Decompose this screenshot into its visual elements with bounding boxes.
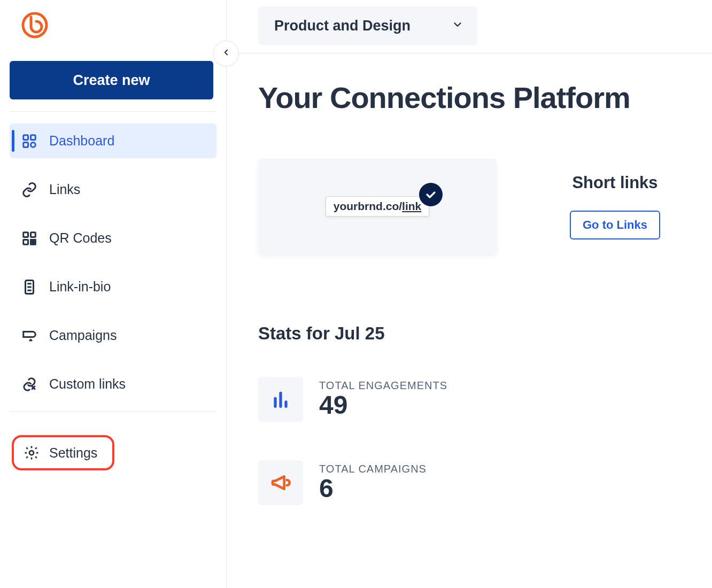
stat-label: TOTAL ENGAGEMENTS: [319, 380, 447, 392]
stat-meta: TOTAL ENGAGEMENTS 49: [319, 380, 447, 419]
svg-point-0: [23, 13, 47, 37]
svg-rect-7: [24, 239, 28, 244]
sidebar-item-label: Dashboard: [49, 133, 114, 149]
svg-rect-5: [24, 232, 28, 237]
custom-link-icon: [21, 376, 37, 392]
qr-code-icon: [21, 230, 37, 246]
chevron-left-icon: [221, 48, 231, 59]
example-link-box: yourbrnd.co/link: [326, 196, 430, 216]
sidebar-item-qr-codes[interactable]: QR Codes: [10, 221, 216, 256]
svg-rect-11: [34, 239, 36, 242]
create-new-button[interactable]: Create new: [10, 61, 213, 99]
go-to-links-button[interactable]: Go to Links: [570, 211, 660, 239]
sidebar-item-custom-links[interactable]: Custom links: [10, 367, 216, 401]
sidebar-collapse-button[interactable]: [213, 41, 239, 66]
main-content: Product and Design Your Connections Plat…: [227, 0, 712, 588]
sidebar-item-label: Link-in-bio: [49, 279, 111, 295]
divider: [10, 111, 216, 112]
link-icon: [21, 182, 37, 198]
stats-heading: Stats for Jul 25: [258, 323, 712, 344]
campaigns-icon: [21, 328, 37, 344]
svg-rect-1: [24, 135, 28, 140]
svg-point-4: [31, 142, 36, 147]
sidebar-item-links[interactable]: Links: [10, 172, 216, 207]
short-links-illustration: yourbrnd.co/link: [258, 159, 497, 254]
brand-logo: [21, 12, 48, 38]
sidebar: Create new Dashboard Links: [0, 0, 227, 588]
chevron-down-icon: [452, 19, 463, 33]
svg-rect-3: [24, 142, 28, 147]
sidebar-item-label: QR Codes: [49, 230, 112, 246]
stat-value: 49: [319, 392, 447, 419]
megaphone-icon: [258, 460, 303, 505]
link-in-bio-icon: [21, 279, 37, 295]
sidebar-item-label: Custom links: [49, 376, 126, 392]
example-link-slug: link: [402, 200, 421, 212]
example-link-domain: yourbrnd.co/: [334, 200, 402, 212]
stat-label: TOTAL CAMPAIGNS: [319, 463, 427, 475]
stat-row-campaigns: TOTAL CAMPAIGNS 6: [258, 460, 712, 505]
workspace-dropdown[interactable]: Product and Design: [258, 6, 477, 45]
sidebar-item-link-in-bio[interactable]: Link-in-bio: [10, 269, 216, 304]
page-title: Your Connections Platform: [258, 80, 712, 115]
sidebar-item-label: Links: [49, 182, 80, 197]
card-title: Short links: [572, 173, 657, 192]
checkmark-badge: [419, 183, 443, 206]
svg-rect-9: [34, 242, 36, 244]
sidebar-item-label: Campaigns: [49, 328, 117, 343]
workspace-selected-label: Product and Design: [274, 18, 411, 34]
sidebar-item-campaigns[interactable]: Campaigns: [10, 318, 216, 353]
svg-rect-8: [31, 239, 33, 242]
divider: [10, 411, 216, 412]
svg-rect-2: [31, 135, 36, 140]
svg-rect-6: [31, 232, 36, 237]
dashboard-icon: [21, 133, 37, 149]
sidebar-item-label: Settings: [49, 445, 97, 461]
stat-value: 6: [319, 475, 427, 502]
divider: [227, 53, 712, 53]
svg-rect-10: [31, 242, 33, 244]
short-links-card: yourbrnd.co/link Short links Go to Links: [258, 159, 712, 254]
bar-chart-icon: [258, 377, 303, 422]
gear-icon: [24, 445, 40, 461]
short-links-card-right: Short links Go to Links: [518, 173, 712, 239]
sidebar-item-settings-highlighted[interactable]: Settings: [12, 435, 114, 470]
sidebar-item-dashboard[interactable]: Dashboard: [10, 123, 216, 158]
svg-point-16: [29, 451, 34, 455]
stat-meta: TOTAL CAMPAIGNS 6: [319, 463, 427, 502]
stat-row-engagements: TOTAL ENGAGEMENTS 49: [258, 377, 712, 422]
